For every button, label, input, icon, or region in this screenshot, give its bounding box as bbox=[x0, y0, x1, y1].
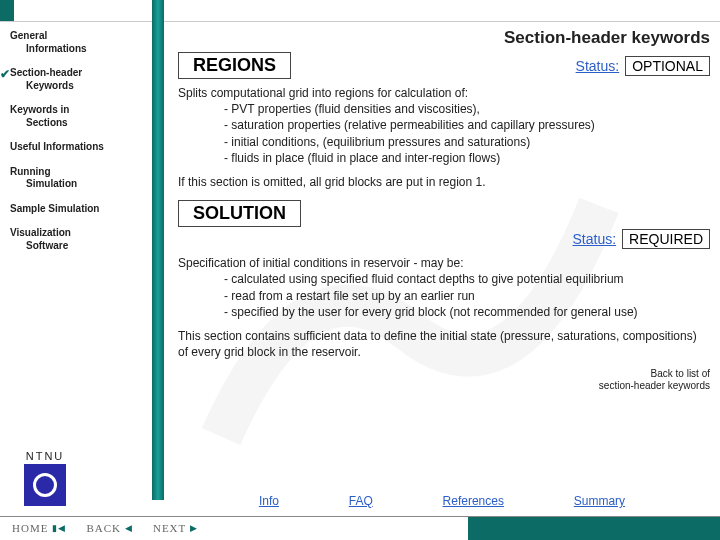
bullet: specified by the user for every grid blo… bbox=[224, 304, 710, 320]
status-label[interactable]: Status: bbox=[573, 231, 617, 247]
link-faq[interactable]: FAQ bbox=[349, 494, 373, 508]
footer-links: Info FAQ References Summary bbox=[164, 494, 720, 508]
nav-controls: HOME▮◀ BACK◀ NEXT▶ bbox=[0, 516, 340, 540]
nav-next[interactable]: NEXT▶ bbox=[153, 522, 198, 534]
sidebar-item-label: Simulation bbox=[10, 178, 146, 191]
sidebar-item-sample-sim[interactable]: Sample Simulation bbox=[10, 203, 146, 216]
main-content: Section-header keywords REGIONS Status: … bbox=[164, 22, 720, 500]
bullet: initial conditions, (equilibrium pressur… bbox=[224, 134, 710, 150]
bullet: saturation properties (relative permeabi… bbox=[224, 117, 710, 133]
sidebar-item-label: Sections bbox=[10, 117, 146, 130]
block-solution-status: Status: REQUIRED bbox=[178, 229, 710, 249]
nav-home[interactable]: HOME▮◀ bbox=[12, 522, 66, 534]
status-badge: OPTIONAL bbox=[625, 56, 710, 76]
sidebar-item-running-sim[interactable]: Running Simulation bbox=[10, 166, 146, 191]
sidebar-item-label: Running bbox=[10, 166, 51, 177]
sidebar-item-general[interactable]: General Informations bbox=[10, 30, 146, 55]
ntnu-text: NTNU bbox=[10, 450, 80, 462]
desc-bullets: calculated using specified fluid contact… bbox=[178, 271, 710, 320]
sidebar-item-label: Visualization bbox=[10, 227, 71, 238]
sidebar-item-label: Useful Informations bbox=[10, 141, 104, 152]
nav-label: NEXT bbox=[153, 522, 186, 534]
bullet: fluids in place (fluid in place and inte… bbox=[224, 150, 710, 166]
block-solution-footer: This section contains sufficient data to… bbox=[178, 328, 710, 360]
ntnu-logo-icon bbox=[24, 464, 66, 506]
block-regions-footer: If this section is omitted, all grid blo… bbox=[178, 174, 710, 190]
sidebar-item-keywords-sections[interactable]: Keywords in Sections bbox=[10, 104, 146, 129]
sidebar-item-useful-info[interactable]: Useful Informations bbox=[10, 141, 146, 154]
status-wrap: Status: OPTIONAL bbox=[576, 56, 710, 76]
sidebar-item-label: Sample Simulation bbox=[10, 203, 99, 214]
nav-label: HOME bbox=[12, 522, 48, 534]
status-badge: REQUIRED bbox=[622, 229, 710, 249]
back-link-l2: section-header keywords bbox=[599, 380, 710, 391]
back-link[interactable]: Back to list of section-header keywords bbox=[178, 368, 710, 391]
sidebar-item-label: Section-header bbox=[10, 67, 82, 78]
block-regions-header: REGIONS Status: OPTIONAL bbox=[178, 52, 710, 79]
sidebar-item-label: Software bbox=[10, 240, 146, 253]
bullet: read from a restart file set up by an ea… bbox=[224, 288, 710, 304]
link-references[interactable]: References bbox=[443, 494, 504, 508]
sidebar: General Informations Section-header Keyw… bbox=[0, 22, 152, 500]
desc-intro: Splits computational grid into regions f… bbox=[178, 85, 710, 101]
status-label[interactable]: Status: bbox=[576, 58, 620, 74]
nav-label: BACK bbox=[86, 522, 121, 534]
sidebar-item-label: Keywords bbox=[10, 80, 146, 93]
page-title: Section-header keywords bbox=[178, 28, 710, 48]
vertical-accent bbox=[152, 0, 164, 500]
status-wrap: Status: REQUIRED bbox=[573, 229, 711, 249]
block-solution-header: SOLUTION bbox=[178, 200, 710, 227]
home-icon: ▮◀ bbox=[52, 523, 66, 533]
link-info[interactable]: Info bbox=[259, 494, 279, 508]
sidebar-item-label: Keywords in bbox=[10, 104, 69, 115]
block-regions-desc: Splits computational grid into regions f… bbox=[178, 85, 710, 166]
desc-intro: Specification of initial conditions in r… bbox=[178, 255, 710, 271]
sidebar-item-label: Informations bbox=[10, 43, 146, 56]
bullet: PVT properties (fluid densities and visc… bbox=[224, 101, 710, 117]
sidebar-item-section-header[interactable]: Section-header Keywords bbox=[10, 67, 146, 92]
ntnu-logo-block: NTNU bbox=[10, 450, 80, 506]
top-bar bbox=[0, 0, 720, 22]
nav-back[interactable]: BACK◀ bbox=[86, 522, 133, 534]
back-link-l1: Back to list of bbox=[651, 368, 710, 379]
block-title: REGIONS bbox=[178, 52, 291, 79]
link-summary[interactable]: Summary bbox=[574, 494, 625, 508]
bullet: calculated using specified fluid contact… bbox=[224, 271, 710, 287]
back-icon: ◀ bbox=[125, 523, 133, 533]
sidebar-item-viz-software[interactable]: Visualization Software bbox=[10, 227, 146, 252]
desc-bullets: PVT properties (fluid densities and visc… bbox=[178, 101, 710, 166]
sidebar-item-label: General bbox=[10, 30, 47, 41]
block-solution-desc: Specification of initial conditions in r… bbox=[178, 255, 710, 320]
block-title: SOLUTION bbox=[178, 200, 301, 227]
next-icon: ▶ bbox=[190, 523, 198, 533]
